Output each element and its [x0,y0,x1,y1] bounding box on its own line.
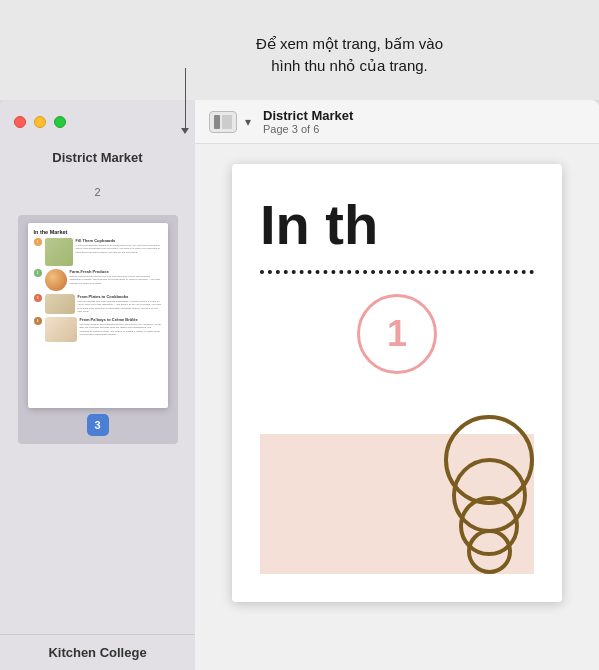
mini-img-jar [45,238,73,266]
sidebar-toggle-button[interactable] [209,111,237,133]
mini-text-2: Farm-Fresh Produce District Market got i… [70,269,162,285]
app-window: District Market 2 In the Market 1 Fill T… [0,100,599,670]
fullscreen-button[interactable] [54,116,66,128]
page-number-2: 2 [94,186,100,198]
mini-page-title: In the Market [34,229,162,235]
mini-img-bowl [45,294,75,314]
mini-row-4: 4 From Pa'boys to Crème Brûlée Our New O… [34,317,162,342]
kitchen-college-label: Kitchen College [0,634,195,670]
doc-dotted-divider [260,270,534,274]
mini-circle-3: 3 [34,294,42,302]
minimize-button[interactable] [34,116,46,128]
tooltip-area: Để xem một trang, bấm vàohình thu nhỏ củ… [0,0,599,100]
mini-img-orange [45,269,67,291]
mini-text-4: From Pa'boys to Crème Brûlée Our New Orl… [80,317,162,336]
page-thumbnail-2[interactable]: 2 [28,173,168,211]
mini-img-dessert [45,317,77,342]
page-bottom-section [260,394,534,574]
page-thumbnail-3[interactable]: In the Market 1 Fill Them Cupboards A no… [18,215,178,444]
mini-row-1: 1 Fill Them Cupboards A note of seasonin… [34,238,162,266]
doc-circle-number: 1 [357,294,437,374]
mini-page-content: In the Market 1 Fill Them Cupboards A no… [28,223,168,408]
tooltip-pointer-line [185,68,186,128]
page-document: In th 1 [232,164,562,602]
dish-outer-4 [467,529,512,574]
mini-circle-2: 2 [34,269,42,277]
doc-heading: In th [260,194,534,256]
mini-text-3: From Plates to Cookbooks From all recipe… [78,294,162,313]
doc-info: District Market Page 3 of 6 [263,108,353,135]
main-content: ▾ District Market Page 3 of 6 In th 1 [195,100,599,670]
mini-row-3: 3 From Plates to Cookbooks From all reci… [34,294,162,314]
mini-circle-4: 4 [34,317,42,325]
mini-circle-1: 1 [34,238,42,246]
sidebar-icon-left [214,115,220,129]
sidebar-doc-title: District Market [0,144,195,173]
page-badge-3: 3 [87,414,109,436]
page-content-upper: In th 1 [260,194,534,374]
sidebar-icon-right [222,115,232,129]
mini-row-2: 2 Farm-Fresh Produce District Market got… [34,269,162,291]
titlebar [0,100,195,144]
mini-text-1: Fill Them Cupboards A note of seasoning … [76,238,162,254]
sidebar: District Market 2 In the Market 1 Fill T… [0,100,195,670]
close-button[interactable] [14,116,26,128]
doc-title: District Market [263,108,353,123]
tooltip-text: Để xem một trang, bấm vàohình thu nhỏ củ… [256,33,443,78]
dishes-illustration [444,415,534,574]
doc-page: Page 3 of 6 [263,123,353,135]
chevron-down-icon[interactable]: ▾ [245,115,251,129]
page-preview-3: In the Market 1 Fill Them Cupboards A no… [28,223,168,408]
page-area: In th 1 [195,144,599,670]
topbar: ▾ District Market Page 3 of 6 [195,100,599,144]
